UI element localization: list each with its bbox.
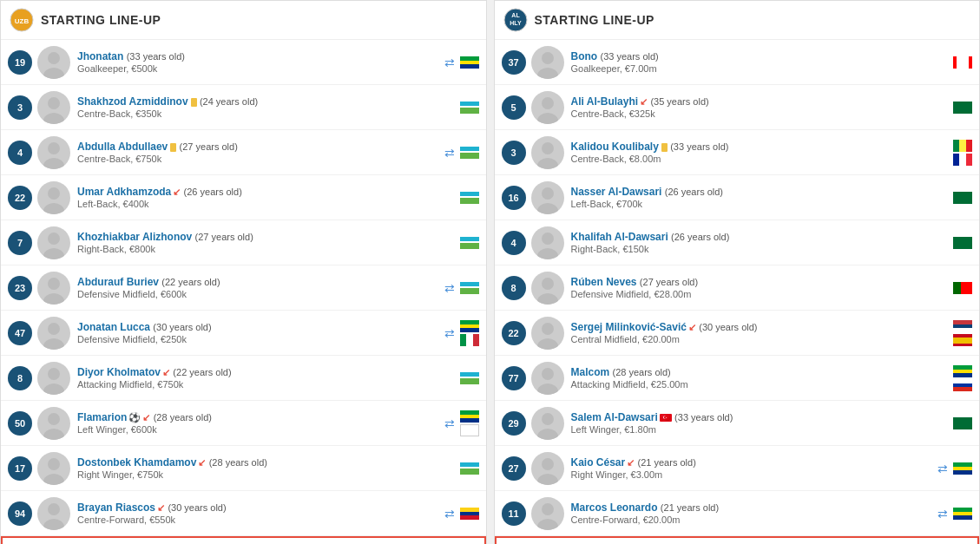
player-photo	[37, 226, 70, 259]
player-number: 8	[502, 276, 526, 300]
player-row[interactable]: 29 Salem Al-Dawsari🇹🇷 (33 years old) Lef…	[495, 401, 980, 446]
svg-point-48	[537, 519, 558, 530]
player-photo	[531, 91, 564, 124]
flag-br	[953, 365, 972, 377]
substitution-icon: ⇄	[444, 326, 455, 340]
player-flags	[953, 192, 972, 204]
svg-text:UZB: UZB	[15, 17, 30, 25]
player-details: Defensive Midfield, €250k	[77, 334, 444, 344]
player-number: 29	[502, 411, 526, 436]
player-info: Marcos Leonardo (21 years old) Centre-Fo…	[571, 501, 938, 525]
player-name[interactable]: Ali Al-Bulayhi↙ (35 years old)	[571, 95, 949, 108]
player-row[interactable]: 47 Jonatan Lucca (30 years old) Defensiv…	[1, 311, 486, 356]
player-photo	[531, 181, 564, 214]
player-info: Ali Al-Bulayhi↙ (35 years old) Centre-Ba…	[571, 95, 949, 119]
player-name[interactable]: Flamarion⚽↙ (28 years old)	[77, 411, 444, 423]
player-name[interactable]: Jhonatan (33 years old)	[77, 50, 444, 62]
player-number: 5	[502, 95, 526, 120]
player-row[interactable]: 22 Sergej Milinković-Savić↙ (30 years ol…	[495, 311, 980, 356]
svg-point-2	[48, 52, 60, 64]
player-photo	[531, 317, 564, 350]
player-name[interactable]: Brayan Riascos↙ (30 years old)	[77, 501, 444, 514]
player-name[interactable]: Kalidou Koulibaly (33 years old)	[571, 141, 949, 153]
player-row[interactable]: 37 Bono (33 years old) Goalkeeper, €7.00…	[495, 40, 980, 85]
player-row[interactable]: 8 Rúben Neves (27 years old) Defensive M…	[495, 265, 980, 311]
player-name[interactable]: Kaio César↙ (21 years old)	[571, 456, 938, 469]
svg-point-32	[537, 158, 558, 169]
player-number: 8	[8, 366, 32, 390]
player-flags	[953, 282, 972, 294]
svg-point-28	[537, 68, 558, 79]
right-players-list: 37 Bono (33 years old) Goalkeeper, €7.00…	[495, 40, 980, 536]
player-details: Central Midfield, €20.00m	[571, 334, 949, 344]
player-photo	[37, 181, 70, 214]
player-name[interactable]: Jonatan Lucca (30 years old)	[77, 321, 444, 333]
player-row[interactable]: 7 Khozhiakbar Alizhonov (27 years old) R…	[1, 220, 486, 265]
player-flags	[460, 372, 479, 384]
player-photo	[37, 317, 70, 350]
yellow-card-icon	[170, 143, 176, 152]
player-details: Defensive Midfield, €28.00m	[571, 289, 949, 299]
player-name[interactable]: Bono (33 years old)	[571, 50, 949, 62]
player-name[interactable]: Khalifah Al-Dawsari (26 years old)	[571, 231, 949, 243]
player-row[interactable]: 17 Dostonbek Khamdamov↙ (28 years old) R…	[1, 446, 486, 491]
player-number: 4	[8, 141, 32, 165]
player-row[interactable]: 4 Khalifah Al-Dawsari (26 years old) Rig…	[495, 220, 980, 265]
player-flags	[953, 140, 972, 166]
player-name[interactable]: Salem Al-Dawsari🇹🇷 (33 years old)	[571, 411, 949, 423]
svg-point-45	[542, 458, 554, 470]
player-name[interactable]: Abdurauf Buriev (22 years old)	[77, 276, 444, 288]
player-photo	[37, 407, 70, 440]
player-row[interactable]: 19 Jhonatan (33 years old) Goalkeeper, €…	[1, 40, 486, 85]
flag-br	[460, 410, 479, 423]
player-number: 22	[502, 321, 526, 345]
player-name[interactable]: Dostonbek Khamdamov↙ (28 years old)	[77, 456, 455, 469]
player-row[interactable]: 3 Kalidou Koulibaly (33 years old) Centr…	[495, 130, 980, 175]
player-flags	[460, 192, 479, 204]
player-name[interactable]: Malcom (28 years old)	[571, 366, 949, 378]
player-details: Goalkeeper, €7.00m	[571, 63, 949, 74]
svg-point-21	[43, 474, 64, 485]
player-row[interactable]: 77 Malcom (28 years old) Attacking Midfi…	[495, 356, 980, 401]
player-row[interactable]: 23 Abdurauf Buriev (22 years old) Defens…	[1, 265, 486, 311]
player-details: Right-Back, €800k	[77, 244, 455, 254]
left-team-logo: UZB	[10, 8, 34, 32]
player-photo	[531, 362, 564, 395]
red-arrow-icon: ↙	[688, 322, 696, 332]
player-number: 22	[8, 186, 32, 210]
player-details: Defensive Midfield, €600k	[77, 289, 444, 299]
player-row[interactable]: 11 Marcos Leonardo (21 years old) Centre…	[495, 491, 980, 536]
svg-point-27	[542, 52, 554, 64]
player-photo	[37, 272, 70, 305]
red-arrow-icon: ↙	[162, 367, 170, 377]
flag-ru	[953, 379, 972, 391]
player-row[interactable]: 16 Nasser Al-Dawsari (26 years old) Left…	[495, 175, 980, 220]
player-row[interactable]: 94 Brayan Riascos↙ (30 years old) Centre…	[1, 491, 486, 536]
player-name[interactable]: Marcos Leonardo (21 years old)	[571, 501, 938, 514]
player-row[interactable]: 8 Diyor Kholmatov↙ (22 years old) Attack…	[1, 356, 486, 401]
right-team-header: AL HLY STARTING LINE-UP	[495, 1, 980, 40]
player-name[interactable]: Khozhiakbar Alizhonov (27 years old)	[77, 231, 455, 243]
player-row[interactable]: 27 Kaio César↙ (21 years old) Right Wing…	[495, 446, 980, 491]
player-row[interactable]: 4 Abdulla Abdullaev (27 years old) Centr…	[1, 130, 486, 175]
svg-point-31	[542, 142, 554, 154]
player-action-icons: ⇄	[444, 281, 455, 295]
player-number: 50	[8, 411, 32, 436]
player-row[interactable]: 3 Shakhzod Azmiddinov (24 years old) Cen…	[1, 85, 486, 130]
player-name[interactable]: Rúben Neves (27 years old)	[571, 276, 949, 288]
player-name[interactable]: Nasser Al-Dawsari (26 years old)	[571, 186, 949, 198]
player-info: Kaio César↙ (21 years old) Right Winger,…	[571, 456, 938, 480]
player-row[interactable]: 50 Flamarion⚽↙ (28 years old) Left Winge…	[1, 401, 486, 446]
flag-uz	[460, 462, 479, 475]
player-name[interactable]: Sergej Milinković-Savić↙ (30 years old)	[571, 321, 949, 333]
player-name[interactable]: Abdulla Abdullaev (27 years old)	[77, 141, 444, 153]
player-row[interactable]: 5 Ali Al-Bulayhi↙ (35 years old) Centre-…	[495, 85, 980, 130]
player-action-icons: ⇄	[937, 507, 948, 521]
svg-point-17	[43, 383, 64, 395]
svg-point-16	[48, 368, 60, 380]
player-row[interactable]: 22 Umar Adkhamzoda↙ (26 years old) Left-…	[1, 175, 486, 220]
player-name[interactable]: Shakhzod Azmiddinov (24 years old)	[77, 95, 455, 108]
player-name[interactable]: Umar Adkhamzoda↙ (26 years old)	[77, 186, 455, 198]
player-name[interactable]: Diyor Kholmatov↙ (22 years old)	[77, 366, 455, 378]
svg-point-43	[542, 413, 554, 425]
